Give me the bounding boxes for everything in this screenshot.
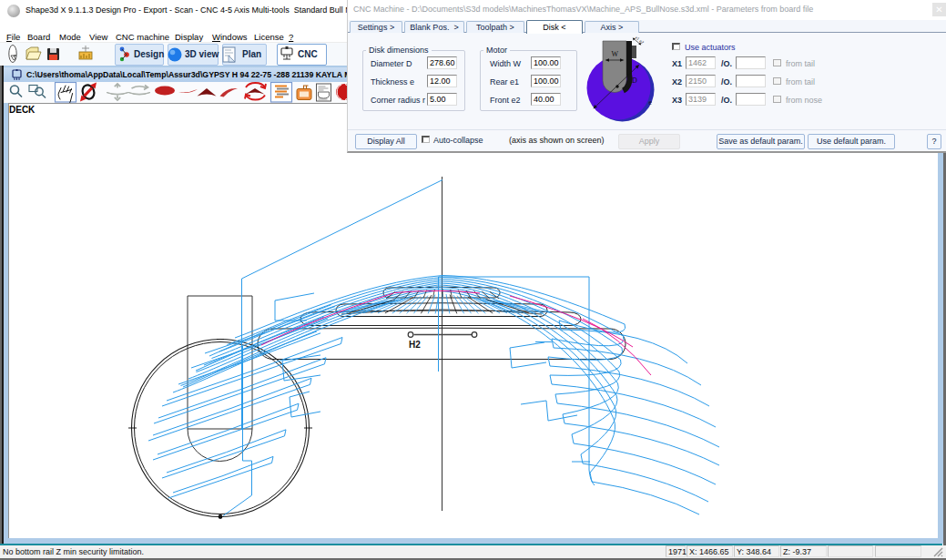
svg-text:D: D bbox=[632, 76, 637, 85]
svg-text:W: W bbox=[612, 50, 619, 58]
svg-text:H2: H2 bbox=[409, 340, 421, 350]
